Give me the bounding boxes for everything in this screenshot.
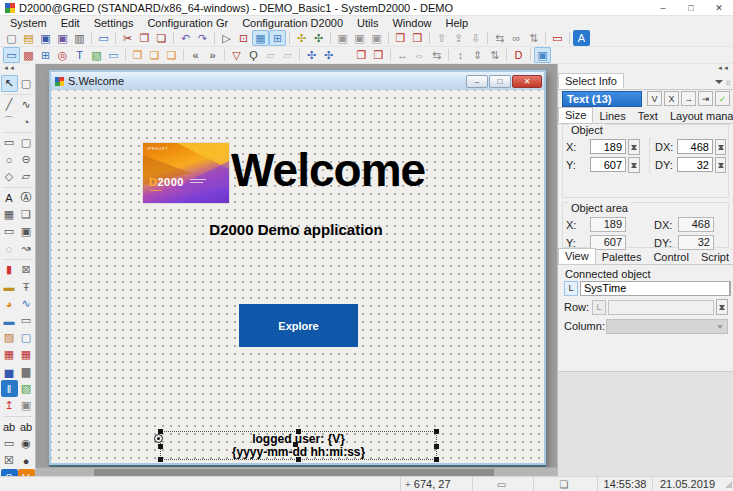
freeform-tool[interactable]: ↝	[18, 240, 35, 257]
row-input[interactable]	[608, 300, 714, 315]
connect-icon[interactable]: ✣	[293, 30, 310, 46]
local-variable-button[interactable]: L	[564, 281, 578, 296]
tiles-icon[interactable]: ⊞	[37, 47, 54, 63]
undo-icon[interactable]: ↶	[177, 30, 194, 46]
flip-vertical-icon[interactable]: ⇅	[525, 30, 542, 46]
connected-object-dropdown-icon[interactable]	[729, 281, 731, 296]
structure-icon[interactable]: ✣	[303, 47, 320, 63]
selection-handle[interactable]	[434, 429, 439, 434]
object-dy-input[interactable]	[677, 157, 713, 172]
slider-tool[interactable]: ▭	[18, 312, 35, 329]
frame-icon[interactable]: ▭	[549, 30, 566, 46]
open-icon[interactable]: ▤	[20, 30, 37, 46]
next-object-button[interactable]: →	[681, 91, 696, 106]
paste-special-icon[interactable]: ❏	[163, 47, 180, 63]
parallelogram-tool[interactable]: ▱	[18, 168, 35, 185]
magnifier-icon[interactable]: Ϙ	[245, 47, 262, 63]
copy-format-icon[interactable]: ❐	[129, 47, 146, 63]
fit-grid-icon[interactable]: ▣	[534, 47, 551, 63]
colorbutton-tool[interactable]: ▬	[1, 312, 18, 329]
piechart-tool[interactable]: ◕	[1, 295, 18, 312]
text-objects-icon[interactable]: T	[71, 47, 88, 63]
minimize-button[interactable]: –	[649, 0, 677, 16]
maximize-button[interactable]: □	[677, 0, 705, 16]
menu-item[interactable]: Help	[439, 17, 476, 29]
clip-tool[interactable]: ⊠	[18, 261, 35, 278]
button-oval-tool[interactable]: ▭	[1, 435, 18, 452]
tab-layout-manager[interactable]: Layout manager	[664, 109, 733, 123]
structure-edit-icon[interactable]: ✣	[320, 47, 337, 63]
group-icon[interactable]: ▣	[334, 30, 351, 46]
picture-tool[interactable]: ▧	[18, 380, 35, 397]
anchor-point-handle[interactable]	[154, 434, 163, 443]
schemes-icon[interactable]: ▭	[3, 47, 20, 63]
eraser-all-icon[interactable]: ▱	[279, 47, 296, 63]
anchor-icon[interactable]: ⇪	[450, 30, 467, 46]
row-spinner[interactable]	[716, 299, 728, 315]
tab-select-info[interactable]: Select Info	[558, 73, 624, 89]
ellipse-tool[interactable]: ⊝	[18, 151, 35, 168]
snap-icon[interactable]: ⊞	[269, 30, 286, 46]
radio-tool[interactable]: ●	[18, 452, 35, 469]
forward-icon[interactable]: »	[204, 47, 221, 63]
print-icon[interactable]: ▥	[71, 30, 88, 46]
table-tool[interactable]: ▦	[1, 206, 18, 223]
panel-menu-arrow-icon[interactable]	[714, 77, 724, 87]
graph-tool[interactable]: ▦	[1, 346, 18, 363]
tab-text[interactable]: Text	[632, 109, 664, 123]
panel-grip-icon[interactable]: ⠿	[726, 80, 730, 88]
rounded-rectangle-tool[interactable]: ▢	[18, 134, 35, 151]
selection-handle[interactable]	[158, 457, 163, 462]
text-ab-tool[interactable]: ab	[1, 418, 18, 435]
tab-palettes[interactable]: Palettes	[596, 250, 648, 264]
dx-spinner[interactable]	[715, 139, 726, 155]
resize-grip-icon[interactable]: ◢	[722, 477, 733, 491]
dy-spinner[interactable]	[715, 157, 726, 173]
last-object-button[interactable]: ⇥	[698, 91, 713, 106]
windows-icon[interactable]: ▭	[105, 47, 122, 63]
filter-icon[interactable]: ▽	[228, 47, 245, 63]
bitmap-tool[interactable]: ▨	[1, 329, 18, 346]
page-forward-icon[interactable]: ⇧	[433, 30, 450, 46]
arc-tool[interactable]: ⌒	[1, 113, 18, 130]
connected-object-input[interactable]	[580, 281, 729, 296]
menu-item[interactable]: Configuration Gr	[140, 17, 235, 29]
copy-icon[interactable]: ❐	[136, 30, 153, 46]
menu-item[interactable]: Configuration D2000	[235, 17, 350, 29]
trend-tool[interactable]: ∿	[18, 295, 35, 312]
grid-icon[interactable]: ▦	[252, 30, 269, 46]
scheme-canvas[interactable]: IPESOFT D2000 Welcome D2000 Demo applica…	[51, 90, 544, 463]
selection-handle[interactable]	[296, 457, 301, 462]
colorstrip-tool[interactable]: ▬	[1, 278, 18, 295]
selection-handle[interactable]	[296, 429, 301, 434]
close-button[interactable]: ✕	[705, 0, 733, 16]
row-local-button[interactable]: L	[592, 300, 606, 315]
text-tool[interactable]: A	[1, 189, 18, 206]
selection-handle[interactable]	[434, 457, 439, 462]
collapse-palette-button[interactable]: ◄◄	[0, 64, 35, 75]
save-all-icon[interactable]: ▣	[54, 30, 71, 46]
pause-tool[interactable]: ‖	[1, 380, 18, 397]
frame-3d-tool[interactable]: ❏	[18, 206, 35, 223]
target-icon[interactable]: ◎	[54, 47, 71, 63]
save-icon[interactable]: ▣	[37, 30, 54, 46]
distribute-horizontal-icon[interactable]: ⇆	[428, 47, 445, 63]
checkbox-tool[interactable]: ☒	[1, 452, 18, 469]
selection-handle[interactable]	[434, 444, 439, 449]
rectangle-tool[interactable]: ▭	[1, 134, 18, 151]
cut-icon[interactable]: ✂	[119, 30, 136, 46]
selection-handle[interactable]	[158, 444, 163, 449]
same-width-icon[interactable]: ↔	[394, 47, 411, 63]
boxed-text-tool[interactable]: Ⓐ	[18, 189, 35, 206]
object-y-input[interactable]	[590, 157, 626, 172]
pointer-tool[interactable]: ↖	[1, 75, 18, 92]
selection-handle[interactable]	[293, 442, 298, 447]
regroup-icon[interactable]: ▣	[368, 30, 385, 46]
menu-item[interactable]: System	[3, 17, 54, 29]
horizontal-scrollbar[interactable]	[36, 467, 557, 476]
page-back-icon[interactable]: ⇩	[467, 30, 484, 46]
scrollbar-thumb[interactable]	[94, 469, 494, 476]
transform-icon[interactable]: ⊡	[235, 30, 252, 46]
images-icon[interactable]: ▧	[88, 47, 105, 63]
display-tool[interactable]: ▢	[18, 329, 35, 346]
